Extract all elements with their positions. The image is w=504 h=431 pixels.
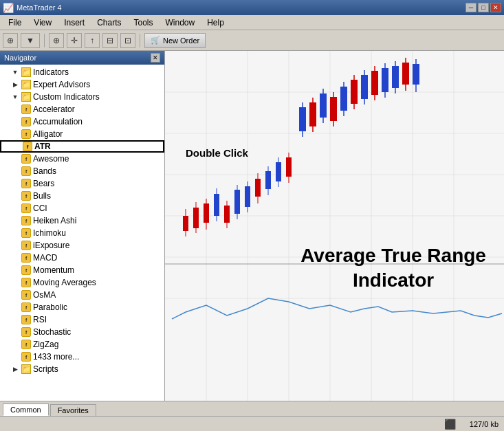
navigator-header: Navigator ✕ xyxy=(0,51,164,65)
status-bar: ⬛ 127/0 kb xyxy=(0,416,504,431)
tree-item-atr[interactable]: f ATR xyxy=(0,140,164,153)
tree-item-bears[interactable]: f Bears xyxy=(0,177,164,190)
tree-label-momentum: Momentum xyxy=(33,265,74,275)
expand-icon-ci: ▼ xyxy=(11,93,19,101)
tree-label-iexposure: iExposure xyxy=(33,241,69,250)
navigator-title: Navigator xyxy=(4,54,36,62)
tree-item-zigzag[interactable]: f ZigZag xyxy=(0,338,164,351)
tree-item-accelerator[interactable]: f Accelerator xyxy=(0,103,164,115)
menu-insert[interactable]: Insert xyxy=(58,16,90,29)
tree-item-osma[interactable]: f OsMA xyxy=(0,289,164,301)
tree-item-ichimoku[interactable]: f Ichimoku xyxy=(0,227,164,239)
toolbar-btn-7[interactable]: ⊡ xyxy=(120,33,135,48)
tree-item-moving-averages[interactable]: f Moving Averages xyxy=(0,276,164,289)
tree-item-accumulation[interactable]: f Accumulation xyxy=(0,115,164,128)
tree-item-macd[interactable]: f MACD xyxy=(0,252,164,264)
indicator-icon: f xyxy=(21,241,31,250)
menu-charts[interactable]: Charts xyxy=(91,16,127,29)
svg-rect-22 xyxy=(214,194,219,216)
minimize-button[interactable]: ─ xyxy=(465,3,476,12)
bottom-tabs: Common Favorites xyxy=(0,401,504,416)
tree-label-bulls: Bulls xyxy=(33,191,51,201)
indicator-icon: f xyxy=(21,315,31,324)
menu-window[interactable]: Window xyxy=(160,16,201,29)
tree-item-parabolic[interactable]: f Parabolic xyxy=(0,301,164,313)
menu-help[interactable]: Help xyxy=(201,16,230,29)
svg-rect-56 xyxy=(392,66,399,88)
tree-item-expert-advisors[interactable]: ▶ 📁 Expert Advisors xyxy=(0,78,164,91)
indicator-icon: f xyxy=(21,228,31,238)
svg-rect-38 xyxy=(299,107,306,131)
tree-label-bears: Bears xyxy=(33,179,54,188)
tree-icon-rsi: f xyxy=(21,314,32,325)
chart-svg xyxy=(165,51,504,401)
app-title: MetaTrader 4 xyxy=(17,3,62,12)
status-memory: 127/0 kb xyxy=(470,420,498,428)
tree-icon-iexposure: f xyxy=(21,240,32,251)
indicator-icon: f xyxy=(21,253,31,263)
toolbar-btn-1[interactable]: ⊕ xyxy=(3,33,18,48)
new-order-label: New Order xyxy=(163,36,199,45)
toolbar-btn-2[interactable]: ▼ xyxy=(21,33,40,48)
tree-label-awesome: Awesome xyxy=(33,154,69,164)
title-bar-left: 📈 MetaTrader 4 xyxy=(3,3,62,13)
tree-label-zigzag: ZigZag xyxy=(33,340,58,349)
menu-tools[interactable]: Tools xyxy=(129,16,159,29)
svg-rect-42 xyxy=(320,93,327,118)
tree-label-macd: MACD xyxy=(33,253,57,263)
toolbar-sep-1 xyxy=(44,34,45,47)
tree-item-momentum[interactable]: f Momentum xyxy=(0,264,164,276)
menu-file[interactable]: File xyxy=(3,16,27,29)
tree-icon-heiken: f xyxy=(21,215,32,226)
tab-common[interactable]: Common xyxy=(3,404,49,416)
tree-item-bulls[interactable]: f Bulls xyxy=(0,190,164,202)
tree-item-cci[interactable]: f CCI xyxy=(0,202,164,214)
tree-item-stochastic[interactable]: f Stochastic xyxy=(0,326,164,338)
svg-rect-36 xyxy=(286,157,292,177)
tree-icon-scripts: 📁 xyxy=(21,364,32,375)
svg-rect-60 xyxy=(413,64,419,85)
tree-item-bands[interactable]: f Bands xyxy=(0,165,164,177)
toolbar-btn-6[interactable]: ⊟ xyxy=(102,33,118,48)
toolbar: ⊕ ▼ ⊕ ✛ ↑ ⊟ ⊡ 🛒 New Order xyxy=(0,30,504,51)
tree-item-custom-indicators[interactable]: ▼ 📁 Custom Indicators xyxy=(0,91,164,103)
toolbar-btn-3[interactable]: ⊕ xyxy=(49,33,64,48)
app-icon: 📈 xyxy=(3,3,14,13)
tree-item-more[interactable]: f 1433 more... xyxy=(0,351,164,363)
tree-icon-accelerator: f xyxy=(21,104,32,115)
tree-item-indicators[interactable]: ▼ 📁 Indicators xyxy=(0,66,164,78)
tree-label-bands: Bands xyxy=(33,166,56,176)
title-bar-controls: ─ □ ✕ xyxy=(465,3,501,12)
tree-item-rsi[interactable]: f RSI xyxy=(0,313,164,326)
new-order-button[interactable]: 🛒 New Order xyxy=(144,33,206,48)
menu-view[interactable]: View xyxy=(28,16,57,29)
tree-item-scripts[interactable]: ▶ 📁 Scripts xyxy=(0,363,164,375)
close-button[interactable]: ✕ xyxy=(490,3,501,12)
tree-item-alligator[interactable]: f Alligator xyxy=(0,128,164,140)
tree-label-scripts: Scripts xyxy=(33,364,58,374)
svg-rect-50 xyxy=(361,75,368,99)
indicator-icon: f xyxy=(21,265,31,275)
svg-rect-58 xyxy=(402,63,409,85)
indicator-icon-atr: f xyxy=(23,142,32,151)
navigator-close-button[interactable]: ✕ xyxy=(151,53,160,63)
tab-favorites[interactable]: Favorites xyxy=(50,404,96,416)
tree-icon-osma: f xyxy=(21,289,32,300)
tree-label-stochastic: Stochastic xyxy=(33,327,71,337)
tree-icon-macd: f xyxy=(21,252,32,263)
maximize-button[interactable]: □ xyxy=(478,3,489,12)
indicator-icon: f xyxy=(21,203,31,213)
new-order-icon: 🛒 xyxy=(151,36,160,45)
tree-label-ea: Expert Advisors xyxy=(33,80,90,89)
tree-item-awesome[interactable]: f Awesome xyxy=(0,153,164,165)
toolbar-btn-4[interactable]: ✛ xyxy=(67,33,82,48)
tree-item-heiken-ashi[interactable]: f Heiken Ashi xyxy=(0,214,164,227)
svg-rect-32 xyxy=(265,171,271,189)
toolbar-btn-5[interactable]: ↑ xyxy=(85,33,100,48)
indicator-icon: f xyxy=(21,352,31,362)
tree-label-cci: CCI xyxy=(33,203,47,213)
indicator-icon: f xyxy=(21,278,31,287)
status-memory-icon: ⬛ xyxy=(444,419,456,430)
navigator-tree[interactable]: ▼ 📁 Indicators ▶ 📁 Expert Advisors ▼ 📁 xyxy=(0,65,164,401)
tree-item-iexposure[interactable]: f iExposure xyxy=(0,239,164,252)
